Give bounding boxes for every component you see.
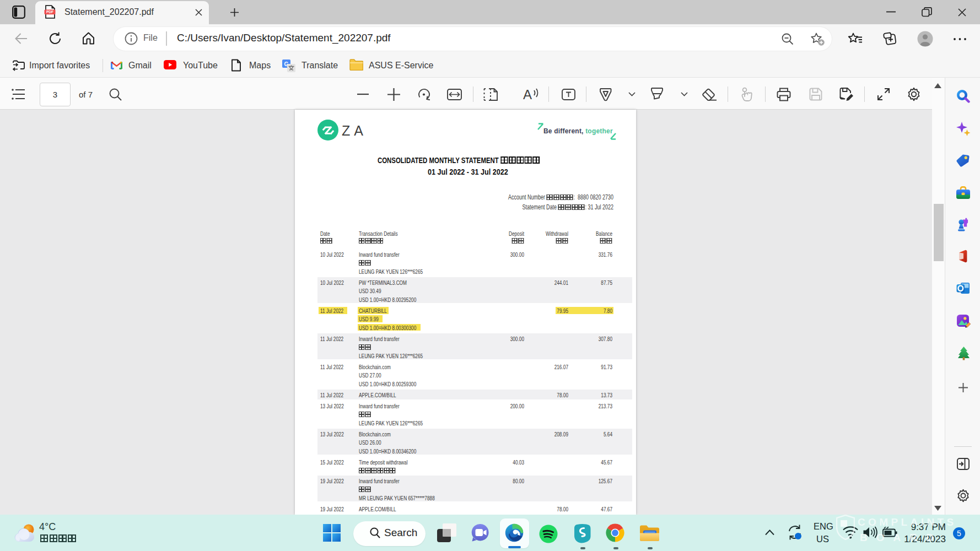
svg-text:A: A [523,87,532,101]
svg-text:PDF: PDF [46,10,53,14]
